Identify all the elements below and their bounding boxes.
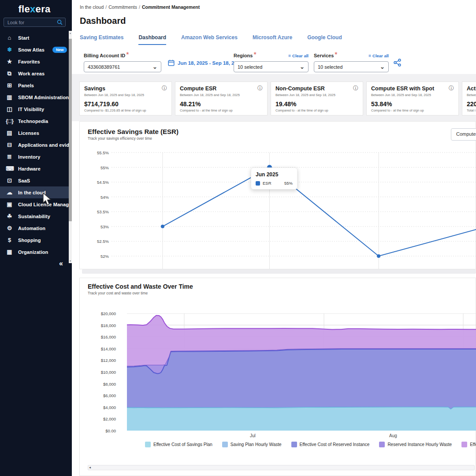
cloud-icon: ☁ — [6, 190, 13, 195]
sidebar-item-label: Technopedia — [18, 119, 48, 124]
cost-chart-hscrollbar[interactable]: ◂ — [88, 465, 475, 470]
scroll-left-icon[interactable]: ◂ — [89, 465, 91, 470]
legend-swatch — [291, 442, 297, 447]
billing-account-select[interactable]: 433608389761 ⌄ — [84, 61, 161, 72]
sidebar-item-label: Sustainability — [18, 214, 50, 219]
cost-area-plot[interactable] — [127, 313, 476, 431]
kpi-card-title: Savings — [84, 86, 167, 92]
sidebar-item-panels[interactable]: ⊞Panels — [0, 79, 69, 91]
regions-filter: Regions* ≡Clear all 10 selected ⌄ — [234, 51, 309, 72]
technopedia-icon: {□} — [6, 118, 13, 124]
info-icon[interactable]: ⓘ — [257, 86, 263, 91]
legend-item-effective-cost-of-reserved-instance[interactable]: Effective Cost of Reserved Instance — [291, 442, 370, 447]
sidebar-scrollbar[interactable]: ▴ ▾ — [69, 31, 72, 263]
sidebar-item-organization[interactable]: ▦Organization — [0, 246, 69, 258]
page-title: Dashboard — [80, 16, 126, 26]
kpi-card-value: $714,719.60 — [84, 100, 167, 108]
kpi-card-value: 220 — [467, 100, 476, 108]
sidebar-item-cloud-license-management[interactable]: ▣Cloud License Management — [0, 198, 69, 210]
sidebar-item-automation[interactable]: ⚙Automation — [0, 222, 69, 234]
scroll-up-icon[interactable]: ▴ — [69, 31, 72, 35]
work-areas-icon: ⧉ — [6, 71, 13, 76]
sidebar-item-work-areas[interactable]: ⧉Work areas — [0, 67, 69, 79]
scroll-down-icon[interactable]: ▾ — [69, 259, 72, 263]
tab-google-cloud[interactable]: Google Cloud — [307, 34, 342, 45]
sidebar-item-label: Start — [18, 35, 30, 41]
required-asterisk: * — [253, 51, 256, 59]
required-asterisk: * — [126, 51, 129, 59]
breadcrumb[interactable]: In the cloud/Commitments/Commitment Mana… — [80, 4, 200, 10]
legend-label: Effective Cost of Reserved Instance — [300, 442, 370, 447]
sidebar-collapse-button[interactable]: « — [59, 260, 63, 268]
legend-swatch — [461, 442, 467, 447]
cloud-license-icon: ▣ — [6, 201, 13, 207]
hardware-icon: ⌨ — [6, 166, 13, 171]
legend-item-effective-cost-of-on-demand[interactable]: Effective Cost of On-Demand — [461, 442, 476, 447]
legend-item-effective-cost-of-savings-plan[interactable]: Effective Cost of Savings Plan — [145, 442, 212, 447]
sidebar-item-start[interactable]: ⌂Start — [0, 32, 69, 44]
kpi-card-value: 48.21% — [180, 100, 263, 108]
sidebar-item-it-visibility[interactable]: ◫IT Visibility — [0, 103, 69, 115]
y-tick-label: $14,000 — [95, 346, 116, 351]
sidebar-item-sustainability[interactable]: ☘Sustainability — [0, 210, 69, 222]
info-icon[interactable]: ⓘ — [162, 86, 167, 91]
regions-clear-all-link[interactable]: ≡Clear all — [288, 53, 309, 58]
sidebar-item-in-the-cloud[interactable]: ☁In the cloud — [0, 186, 69, 198]
y-tick-label: $2,000 — [95, 416, 116, 421]
sidebar-scrollbar-thumb[interactable] — [69, 39, 72, 221]
compute-esr-dropdown[interactable]: Compute ESR — [451, 128, 476, 141]
y-tick-label: $18,000 — [95, 323, 116, 328]
kpi-card-value: 53.84% — [371, 100, 454, 108]
chevron-down-icon: ⌄ — [152, 65, 157, 69]
share-icon[interactable] — [394, 59, 402, 67]
y-tick-label: 55.5% — [88, 150, 109, 155]
sidebar-item-saas[interactable]: ⊡SaaS — [0, 175, 69, 186]
tab-bar: Saving EstimatesDashboardAmazon Web Serv… — [80, 34, 476, 46]
legend-label: Reserved Instance Hourly Waste — [387, 442, 452, 447]
sidebar-item-snow-atlas[interactable]: ❄Snow AtlasNew — [0, 44, 69, 56]
y-tick-label: $8,000 — [95, 382, 116, 387]
services-clear-all-link[interactable]: ≡Clear all — [368, 53, 389, 58]
date-range-picker[interactable]: Jun 18, 2025 - Sep 18, 2025 — [168, 60, 243, 66]
breadcrumb-part[interactable]: In the cloud — [80, 4, 104, 10]
filter-bar: Billing Account ID* 433608389761 ⌄ Jun 1… — [72, 45, 476, 74]
info-icon[interactable]: ⓘ — [449, 86, 454, 91]
tab-amazon-web-services[interactable]: Amazon Web Services — [181, 34, 238, 45]
sidebar-item-sbom-administration[interactable]: ▥SBOM Administration — [0, 91, 69, 103]
chart-legend: Effective Cost of Savings PlanSaving Pla… — [145, 442, 476, 447]
legend-item-saving-plan-hourly-waste[interactable]: Saving Plan Hourly Waste — [222, 442, 282, 447]
sidebar-item-licenses[interactable]: ▤Licenses — [0, 127, 69, 139]
tab-saving-estimates[interactable]: Saving Estimates — [80, 34, 123, 45]
mouse-cursor-icon — [42, 193, 54, 206]
organization-icon: ▦ — [6, 249, 13, 255]
cost-chart-card: Effective Cost and Waste Over Time Track… — [79, 278, 476, 476]
sidebar-item-shopping[interactable]: $Shopping — [0, 234, 69, 246]
sidebar-nav: ⌂Start❄Snow AtlasNew★Favorites⧉Work area… — [0, 32, 69, 258]
info-icon[interactable]: ⓘ — [353, 86, 358, 91]
main-content: In the cloud/Commitments/Commitment Mana… — [72, 0, 476, 476]
sidebar-item-hardware[interactable]: ⌨Hardware — [0, 163, 69, 175]
services-select[interactable]: 10 selected ⌄ — [314, 61, 389, 72]
sidebar-search[interactable] — [4, 18, 66, 27]
sidebar-item-favorites[interactable]: ★Favorites — [0, 56, 69, 67]
esr-chart-hscrollbar[interactable] — [82, 269, 476, 274]
breadcrumb-part[interactable]: Commitments — [108, 4, 137, 10]
legend-item-reserved-instance-hourly-waste[interactable]: Reserved Instance Hourly Waste — [379, 442, 452, 447]
tab-microsoft-azure[interactable]: Microsoft Azure — [253, 34, 292, 45]
kpi-card-title: Acti — [467, 86, 476, 92]
snowflake-icon: ❄ — [6, 47, 13, 52]
star-icon: ★ — [6, 59, 13, 64]
kpi-card-acti: ActiBetwe220Total i — [462, 82, 476, 115]
sidebar-item-inventory[interactable]: ≣Inventory — [0, 151, 69, 163]
sidebar-item-technopedia[interactable]: {□}Technopedia — [0, 115, 69, 127]
breadcrumb-part: Commitment Management — [142, 4, 200, 10]
filter-lines-icon: ≡ — [288, 53, 291, 58]
regions-select[interactable]: 10 selected ⌄ — [234, 61, 309, 72]
kpi-card-compute-esr: Compute ESRⓘBetween Jun 18, 2025 and Sep… — [175, 82, 268, 115]
tab-dashboard[interactable]: Dashboard — [138, 34, 166, 45]
search-input[interactable] — [7, 19, 57, 26]
kpi-cards-row: SavingsⓘBetween Jun 18, 2025 and Sep 18,… — [79, 82, 476, 115]
home-icon: ⌂ — [6, 35, 13, 41]
sidebar-item-applications-and-evidence[interactable]: ⊟Applications and evidence — [0, 139, 69, 151]
sidebar-item-label: Inventory — [18, 154, 40, 160]
